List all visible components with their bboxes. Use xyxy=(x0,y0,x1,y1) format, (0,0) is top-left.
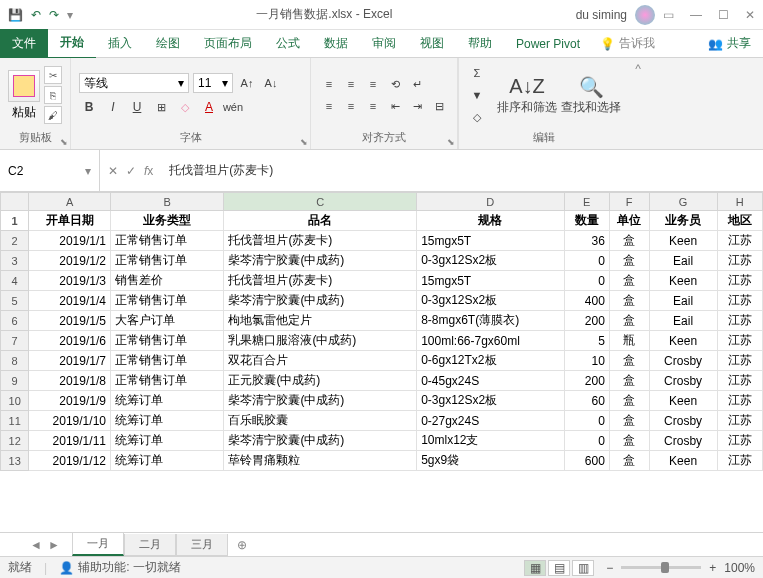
cell[interactable]: 10mlx12支 xyxy=(417,431,564,451)
cell[interactable]: 托伐普坦片(苏麦卡) xyxy=(224,231,417,251)
cell[interactable]: 10 xyxy=(564,351,609,371)
cell[interactable]: 2019/1/9 xyxy=(29,391,111,411)
cell[interactable]: 江苏 xyxy=(717,271,762,291)
cell[interactable]: 江苏 xyxy=(717,411,762,431)
cell[interactable]: 2019/1/6 xyxy=(29,331,111,351)
cell[interactable]: Keen xyxy=(649,231,717,251)
cell[interactable]: 2019/1/5 xyxy=(29,311,111,331)
dialog-launcher-icon[interactable]: ⬊ xyxy=(300,137,308,147)
cell[interactable]: 200 xyxy=(564,311,609,331)
ribbon-display-icon[interactable]: ▭ xyxy=(663,8,674,22)
cell[interactable]: 统筹订单 xyxy=(110,391,223,411)
cut-icon[interactable]: ✂ xyxy=(44,66,62,84)
zoom-level[interactable]: 100% xyxy=(724,561,755,575)
font-size-combo[interactable]: 11▾ xyxy=(193,73,233,93)
sort-filter-button[interactable]: A↓Z 排序和筛选 xyxy=(497,75,557,116)
add-sheet-icon[interactable]: ⊕ xyxy=(232,538,252,552)
col-header[interactable]: E xyxy=(564,193,609,211)
cell[interactable]: 8-8mgx6T(薄膜衣) xyxy=(417,311,564,331)
cell[interactable]: 地区 xyxy=(717,211,762,231)
cell[interactable]: 江苏 xyxy=(717,291,762,311)
cell[interactable]: 数量 xyxy=(564,211,609,231)
cell[interactable]: 0 xyxy=(564,251,609,271)
cell[interactable]: 盒 xyxy=(609,271,649,291)
cell[interactable]: 统筹订单 xyxy=(110,431,223,451)
tellme-label[interactable]: 告诉我 xyxy=(619,35,655,52)
align-bottom-icon[interactable]: ≡ xyxy=(363,74,383,94)
clear-icon[interactable]: ◇ xyxy=(467,107,487,127)
increase-indent-icon[interactable]: ⇥ xyxy=(407,96,427,116)
cell[interactable]: 0-3gx12Sx2板 xyxy=(417,291,564,311)
zoom-in-icon[interactable]: + xyxy=(709,561,716,575)
tab-review[interactable]: 审阅 xyxy=(360,29,408,58)
cell[interactable]: 正常销售订单 xyxy=(110,351,223,371)
sheet-next-icon[interactable]: ► xyxy=(48,538,60,552)
row-header[interactable]: 11 xyxy=(1,411,29,431)
cell[interactable]: 柴芩清宁胶囊(中成药) xyxy=(224,251,417,271)
cell[interactable]: 2019/1/3 xyxy=(29,271,111,291)
tab-insert[interactable]: 插入 xyxy=(96,29,144,58)
increase-font-icon[interactable]: A↑ xyxy=(237,73,257,93)
cell[interactable]: 江苏 xyxy=(717,431,762,451)
orientation-icon[interactable]: ⟲ xyxy=(385,74,405,94)
cell[interactable]: 正常销售订单 xyxy=(110,231,223,251)
cell[interactable]: Crosby xyxy=(649,371,717,391)
cell[interactable]: Crosby xyxy=(649,351,717,371)
decrease-indent-icon[interactable]: ⇤ xyxy=(385,96,405,116)
cell[interactable]: 江苏 xyxy=(717,451,762,471)
cell[interactable]: 江苏 xyxy=(717,391,762,411)
cell[interactable]: 开单日期 xyxy=(29,211,111,231)
col-header[interactable]: D xyxy=(417,193,564,211)
cell[interactable]: 瓶 xyxy=(609,331,649,351)
cell[interactable]: 品名 xyxy=(224,211,417,231)
copy-icon[interactable]: ⎘ xyxy=(44,86,62,104)
cell[interactable]: 单位 xyxy=(609,211,649,231)
cell[interactable]: Keen xyxy=(649,271,717,291)
cell[interactable]: 盒 xyxy=(609,371,649,391)
row-header[interactable]: 4 xyxy=(1,271,29,291)
cell[interactable]: 2019/1/12 xyxy=(29,451,111,471)
cell[interactable]: 柴芩清宁胶囊(中成药) xyxy=(224,291,417,311)
cell[interactable]: 0-3gx12Sx2板 xyxy=(417,391,564,411)
italic-button[interactable]: I xyxy=(103,97,123,117)
cell[interactable]: Keen xyxy=(649,451,717,471)
redo-icon[interactable]: ↷ xyxy=(49,8,59,22)
cell[interactable]: 0 xyxy=(564,411,609,431)
view-pagelayout-icon[interactable]: ▤ xyxy=(548,560,570,576)
align-left-icon[interactable]: ≡ xyxy=(319,96,339,116)
undo-icon[interactable]: ↶ xyxy=(31,8,41,22)
cell[interactable]: 0-6gx12Tx2板 xyxy=(417,351,564,371)
cell[interactable]: 江苏 xyxy=(717,331,762,351)
align-top-icon[interactable]: ≡ xyxy=(319,74,339,94)
tab-formulas[interactable]: 公式 xyxy=(264,29,312,58)
format-painter-icon[interactable]: 🖌 xyxy=(44,106,62,124)
cell[interactable]: 盒 xyxy=(609,251,649,271)
cell[interactable]: 2019/1/10 xyxy=(29,411,111,431)
user-name[interactable]: du siming xyxy=(576,8,627,22)
worksheet-grid[interactable]: A B C D E F G H 1 开单日期 业务类型 品名 规格 数量 单位 … xyxy=(0,192,763,532)
sheet-tab-mar[interactable]: 三月 xyxy=(176,534,228,556)
col-header[interactable]: H xyxy=(717,193,762,211)
cell[interactable]: 销售差价 xyxy=(110,271,223,291)
cell[interactable]: Keen xyxy=(649,391,717,411)
cell[interactable]: Crosby xyxy=(649,411,717,431)
sheet-prev-icon[interactable]: ◄ xyxy=(30,538,42,552)
cell[interactable]: 统筹订单 xyxy=(110,451,223,471)
font-name-combo[interactable]: 等线▾ xyxy=(79,73,189,93)
align-middle-icon[interactable]: ≡ xyxy=(341,74,361,94)
cell[interactable]: 15mgx5T xyxy=(417,271,564,291)
close-icon[interactable]: ✕ xyxy=(745,8,755,22)
cell[interactable]: 2019/1/11 xyxy=(29,431,111,451)
autosum-icon[interactable]: Σ xyxy=(467,63,487,83)
tab-help[interactable]: 帮助 xyxy=(456,29,504,58)
cell[interactable]: 规格 xyxy=(417,211,564,231)
cell[interactable]: 正常销售订单 xyxy=(110,371,223,391)
cell[interactable]: 盒 xyxy=(609,351,649,371)
cell[interactable]: 400 xyxy=(564,291,609,311)
sheet-tab-feb[interactable]: 二月 xyxy=(124,534,176,556)
cell[interactable]: 2019/1/1 xyxy=(29,231,111,251)
status-a11y[interactable]: 辅助功能: 一切就绪 xyxy=(78,559,181,576)
cell[interactable]: Eail xyxy=(649,251,717,271)
tab-view[interactable]: 视图 xyxy=(408,29,456,58)
cell[interactable]: 盒 xyxy=(609,451,649,471)
